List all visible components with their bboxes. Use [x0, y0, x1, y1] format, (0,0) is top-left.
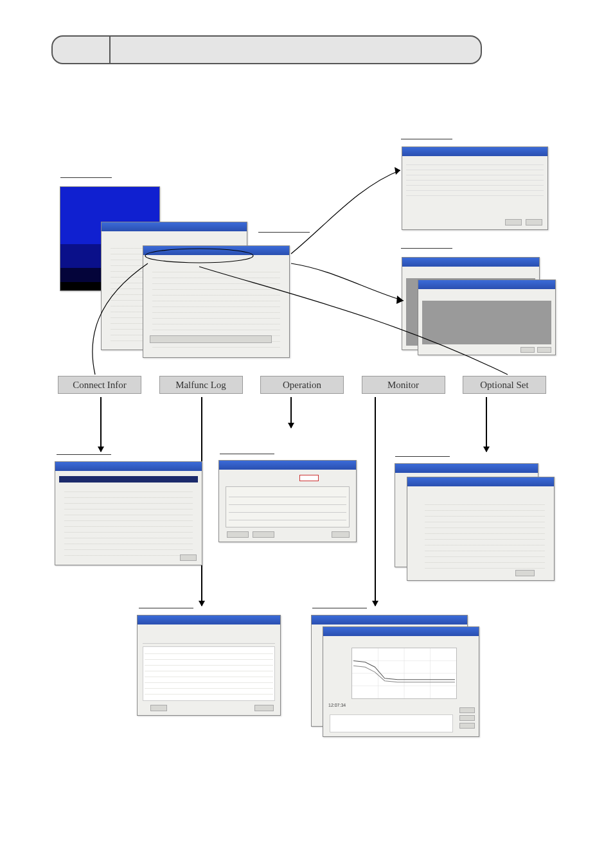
- thumb-operation: [218, 460, 357, 542]
- header-bar: [51, 35, 482, 64]
- thumb-monitor-front: 12:07:34: [323, 626, 479, 737]
- thumb-optional-front: [407, 477, 555, 581]
- monitor-button[interactable]: Monitor: [362, 376, 445, 394]
- svg-marker-1: [395, 167, 400, 175]
- label-connect-info: [57, 454, 111, 455]
- label-operation: [220, 453, 274, 454]
- thumb-maint-front: [418, 279, 556, 355]
- label-monitor: [312, 607, 367, 608]
- thumb-main-front: [143, 245, 290, 358]
- label-boot: [60, 177, 112, 178]
- optional-set-button[interactable]: Optional Set: [463, 376, 546, 394]
- monitor-time: 12:07:34: [328, 703, 346, 707]
- label-main: [258, 231, 310, 233]
- thumb-connect-info: [55, 461, 202, 565]
- connect-infor-button[interactable]: Connect Infor: [58, 376, 141, 394]
- arrow-monitor: [375, 397, 376, 606]
- thumb-schedule: [402, 146, 548, 230]
- connector-to-schedule-maint: [288, 148, 410, 328]
- malfunc-log-button[interactable]: Malfunc Log: [159, 376, 243, 394]
- label-maint: [401, 247, 452, 249]
- label-malfunc: [139, 607, 193, 608]
- arrow-optional: [486, 397, 487, 452]
- thumb-malfunc: [137, 615, 281, 716]
- header-left-cell: [53, 37, 111, 63]
- label-schedule: [401, 138, 452, 139]
- arrow-operation: [290, 397, 292, 428]
- arrow-connect: [100, 397, 102, 452]
- nav-button-row: Connect Infor Malfunc Log Operation Moni…: [58, 376, 546, 394]
- operation-button[interactable]: Operation: [260, 376, 344, 394]
- label-optional: [395, 456, 450, 457]
